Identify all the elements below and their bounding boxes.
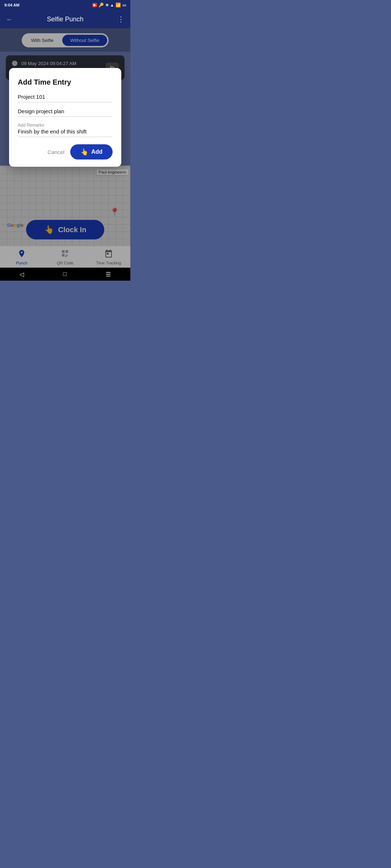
add-button-label: Add <box>91 149 102 155</box>
add-button[interactable]: 👆 Add <box>70 144 113 159</box>
recent-nav-icon[interactable]: ☰ <box>106 271 111 278</box>
hand-pointer-icon: 👆 <box>80 148 88 156</box>
signal-icon: ▲ <box>110 3 114 7</box>
status-right: ▶ 🔑 ✳ ▲ 📶 ▭ <box>92 3 126 8</box>
project-field[interactable]: Project 101 <box>18 94 113 102</box>
remarks-value: Finish by the end of this shift <box>18 128 113 137</box>
task-value: Design project plan <box>18 108 113 117</box>
camera-badge-icon: ▶ <box>92 3 97 7</box>
bluetooth-icon: ✳ <box>105 3 109 8</box>
key-icon: 🔑 <box>98 3 104 8</box>
battery-icon: ▭ <box>122 3 126 8</box>
wifi-icon: 📶 <box>115 3 121 8</box>
status-left: 9:04 AM <box>4 3 20 7</box>
project-value: Project 101 <box>18 94 113 102</box>
time-display: 9:04 AM <box>4 3 20 7</box>
task-field[interactable]: Design project plan <box>18 108 113 117</box>
cancel-button[interactable]: Cancel <box>47 149 64 155</box>
android-nav-bar: ◁ □ ☰ <box>0 268 130 281</box>
back-nav-icon[interactable]: ◁ <box>20 271 24 278</box>
app-bar: ← Selfie Punch ⋮ <box>0 10 130 28</box>
modal-title: Add Time Entry <box>18 78 113 86</box>
page-title: Selfie Punch <box>47 16 83 23</box>
modal-overlay: Add Time Entry Project 101 Design projec… <box>0 28 130 268</box>
modal-actions: Cancel 👆 Add <box>18 144 113 159</box>
main-content: With Selfie Without Selfie 🕐 09 May 2024… <box>0 28 130 268</box>
home-nav-icon[interactable]: □ <box>63 271 67 277</box>
back-button[interactable]: ← <box>6 15 13 24</box>
remarks-field[interactable]: Add Remarks Finish by the end of this sh… <box>18 123 113 137</box>
add-time-entry-modal: Add Time Entry Project 101 Design projec… <box>9 68 121 167</box>
status-bar: 9:04 AM ▶ 🔑 ✳ ▲ 📶 ▭ <box>0 0 130 10</box>
remarks-label: Add Remarks <box>18 123 113 128</box>
more-button[interactable]: ⋮ <box>117 15 125 24</box>
